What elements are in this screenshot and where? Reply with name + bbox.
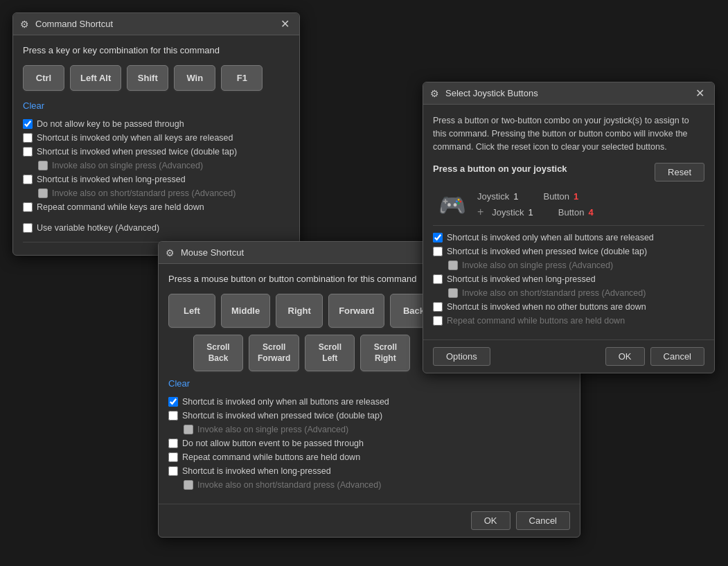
j-label-repeat: Repeat command while buttons are held do… bbox=[447, 316, 625, 326]
key-f1[interactable]: F1 bbox=[221, 65, 263, 91]
cs-label-short-press: Invoke also on short/standard press (Adv… bbox=[52, 188, 236, 198]
cs-checkbox-double-tap: Shortcut is invoked when pressed twice (… bbox=[23, 147, 290, 157]
joystick-dialog: ⚙ Select Joystick Buttons ✕ Press a butt… bbox=[423, 82, 715, 373]
cs-checkbox-variable: Use variable hotkey (Advanced) bbox=[23, 223, 290, 233]
joystick-info-text: Press a button or two-button combo on yo… bbox=[433, 114, 704, 153]
ms-checkbox-short-press: Invoke also on short/standard press (Adv… bbox=[184, 480, 570, 490]
joystick-entry-1: Joystick 1 Button 1 bbox=[477, 191, 594, 202]
j-cb-all-released[interactable] bbox=[433, 233, 443, 242]
scroll-left-btn[interactable]: ScrollLeft bbox=[305, 335, 355, 371]
cs-cb-short-press[interactable] bbox=[38, 188, 48, 198]
j-cb-short-press[interactable] bbox=[448, 288, 458, 298]
joystick-gamepad-icon: 🎮 bbox=[438, 192, 466, 218]
scroll-back-btn[interactable]: ScrollBack bbox=[193, 335, 243, 371]
ms-cb-double-tap[interactable] bbox=[168, 411, 178, 421]
ms-checkbox-no-pass: Do not allow button event to be passed t… bbox=[168, 439, 570, 448]
scroll-right-btn[interactable]: ScrollRight bbox=[360, 335, 410, 371]
cs-checkbox-all-released: Shortcut is invoked only when all keys a… bbox=[23, 133, 290, 143]
cs-cb-all-released[interactable] bbox=[23, 133, 33, 143]
ms-checkbox-long-press: Shortcut is invoked when long-pressed bbox=[168, 466, 570, 476]
ms-label-single-press: Invoke also on single press (Advanced) bbox=[197, 425, 348, 434]
key-win[interactable]: Win bbox=[174, 65, 215, 91]
joystick-title: Select Joystick Buttons bbox=[445, 88, 692, 98]
cs-checkbox-no-pass: Do not allow key to be passed through bbox=[23, 119, 290, 129]
cs-label-repeat: Repeat command while keys are held down bbox=[37, 202, 204, 212]
j-checkbox-all-released: Shortcut is invoked only when all button… bbox=[433, 233, 704, 242]
key-buttons-row: Ctrl Left Alt Shift Win F1 bbox=[23, 65, 290, 91]
mouse-btn-middle[interactable]: Middle bbox=[221, 294, 270, 328]
j-label-no-other: Shortcut is invoked when no other button… bbox=[447, 302, 646, 312]
j-checkbox-no-other: Shortcut is invoked when no other button… bbox=[433, 302, 704, 312]
joystick-entry-2: + Joystick 1 Button 4 bbox=[477, 206, 594, 218]
joystick-options-button[interactable]: Options bbox=[433, 347, 490, 366]
mouse-cancel-button[interactable]: Cancel bbox=[516, 511, 570, 530]
ms-cb-single-press[interactable] bbox=[184, 425, 193, 434]
joystick-titlebar: ⚙ Select Joystick Buttons ✕ bbox=[423, 82, 714, 105]
cs-cb-no-pass[interactable] bbox=[23, 119, 33, 129]
ms-cb-all-released[interactable] bbox=[168, 397, 178, 407]
cs-label-variable: Use variable hotkey (Advanced) bbox=[37, 223, 159, 233]
joystick-cancel-button[interactable]: Cancel bbox=[650, 347, 704, 366]
j-cb-repeat[interactable] bbox=[433, 316, 443, 326]
cs-cb-variable[interactable] bbox=[23, 223, 33, 233]
cs-label-no-pass: Do not allow key to be passed through bbox=[37, 119, 184, 129]
mouse-shortcut-clear[interactable]: Clear bbox=[168, 378, 190, 389]
ms-cb-no-pass[interactable] bbox=[168, 439, 178, 448]
ms-label-no-pass: Do not allow button event to be passed t… bbox=[182, 439, 364, 448]
button1-num: 1 bbox=[574, 191, 578, 202]
j-cb-double-tap[interactable] bbox=[433, 247, 443, 256]
mouse-btn-forward[interactable]: Forward bbox=[328, 294, 384, 328]
button1-label: Button bbox=[543, 191, 569, 202]
gear-icon: ⚙ bbox=[20, 19, 31, 30]
joystick1-num: 1 bbox=[513, 191, 518, 202]
cs-label-all-released: Shortcut is invoked only when all keys a… bbox=[37, 133, 233, 143]
ms-label-double-tap: Shortcut is invoked when pressed twice (… bbox=[182, 411, 382, 421]
key-leftalt[interactable]: Left Alt bbox=[70, 65, 121, 91]
ms-cb-short-press[interactable] bbox=[184, 480, 193, 490]
j-cb-single-press[interactable] bbox=[448, 260, 458, 270]
ms-cb-repeat[interactable] bbox=[168, 452, 178, 462]
joystick2-label: Joystick bbox=[492, 207, 524, 218]
j-label-long-press: Shortcut is invoked when long-pressed bbox=[447, 274, 596, 284]
ms-checkbox-all-released: Shortcut is invoked only when all button… bbox=[168, 397, 570, 407]
cs-checkbox-long-press: Shortcut is invoked when long-pressed bbox=[23, 175, 290, 184]
ms-checkbox-single-press: Invoke also on single press (Advanced) bbox=[184, 425, 570, 434]
joystick-section-label: Press a button on your joystick bbox=[433, 163, 567, 174]
mouse-shortcut-footer: OK Cancel bbox=[159, 504, 580, 537]
command-shortcut-close[interactable]: ✕ bbox=[277, 17, 292, 32]
cs-cb-long-press[interactable] bbox=[23, 175, 33, 184]
ms-label-repeat: Repeat command while buttons are held do… bbox=[182, 452, 360, 462]
command-shortcut-clear[interactable]: Clear bbox=[23, 100, 44, 111]
cs-label-double-tap: Shortcut is invoked when pressed twice (… bbox=[37, 147, 237, 157]
j-label-single-press: Invoke also on single press (Advanced) bbox=[462, 260, 613, 270]
key-shift[interactable]: Shift bbox=[127, 65, 168, 91]
button2-num: 4 bbox=[588, 207, 593, 218]
key-ctrl[interactable]: Ctrl bbox=[23, 65, 64, 91]
joystick-reset-button[interactable]: Reset bbox=[655, 163, 704, 182]
cs-cb-repeat[interactable] bbox=[23, 202, 33, 212]
cs-checkbox-single-press: Invoke also on single press (Advanced) bbox=[38, 161, 290, 170]
command-shortcut-title: Command Shortcut bbox=[35, 19, 277, 29]
mouse-gear-icon: ⚙ bbox=[166, 247, 177, 258]
j-checkbox-repeat: Repeat command while buttons are held do… bbox=[433, 316, 704, 326]
joystick2-num: 1 bbox=[529, 207, 533, 218]
ms-label-long-press: Shortcut is invoked when long-pressed bbox=[182, 466, 331, 476]
joystick-close[interactable]: ✕ bbox=[692, 86, 707, 101]
cs-cb-single-press[interactable] bbox=[38, 161, 48, 170]
j-label-all-released: Shortcut is invoked only when all button… bbox=[447, 233, 654, 242]
joystick-gear-icon: ⚙ bbox=[430, 88, 441, 99]
cs-checkbox-repeat: Repeat command while keys are held down bbox=[23, 202, 290, 212]
joystick1-label: Joystick bbox=[477, 191, 509, 202]
scroll-forward-btn[interactable]: ScrollForward bbox=[249, 335, 299, 371]
mouse-btn-left[interactable]: Left bbox=[168, 294, 215, 328]
mouse-ok-button[interactable]: OK bbox=[471, 511, 511, 530]
j-label-double-tap: Shortcut is invoked when pressed twice (… bbox=[447, 247, 647, 256]
j-cb-no-other[interactable] bbox=[433, 302, 443, 312]
mouse-btn-right[interactable]: Right bbox=[276, 294, 323, 328]
cs-cb-double-tap[interactable] bbox=[23, 147, 33, 157]
joystick-ok-button[interactable]: OK bbox=[605, 347, 645, 366]
command-shortcut-prompt: Press a key or key combination for this … bbox=[23, 45, 290, 55]
cs-label-single-press: Invoke also on single press (Advanced) bbox=[52, 161, 203, 170]
ms-cb-long-press[interactable] bbox=[168, 466, 178, 476]
j-cb-long-press[interactable] bbox=[433, 274, 443, 284]
